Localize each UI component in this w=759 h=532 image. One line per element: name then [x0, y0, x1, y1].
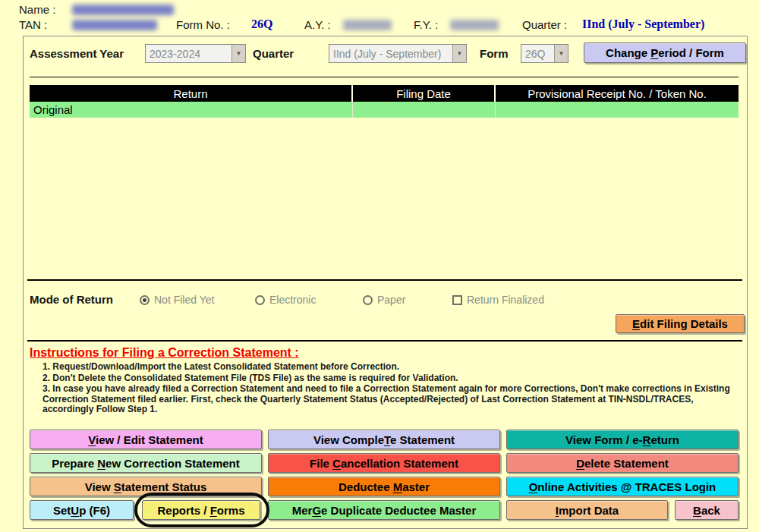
form-dropdown-value: 26Q: [525, 48, 545, 60]
column-header-return: Return: [30, 85, 353, 102]
setup-f6-button[interactable]: SetUp (F6): [30, 500, 134, 520]
tan-label: TAN :: [19, 18, 47, 31]
file-cancellation-statement-button[interactable]: File Cancellation Statement: [268, 453, 500, 473]
form-no-label: Form No. :: [176, 18, 230, 31]
label-part: iew / Edit Statement: [96, 433, 203, 446]
radio-label: Paper: [377, 294, 405, 306]
label-part: E: [632, 317, 640, 330]
label-part: aster: [402, 480, 430, 493]
divider: [30, 77, 739, 77]
label-part: Prepare: [52, 457, 97, 470]
chevron-down-icon[interactable]: ▼: [452, 45, 466, 62]
label-part: nline Activities @ TRACES Login: [537, 480, 716, 493]
instruction-item: 1. Request/Download/Import the Latest Co…: [43, 362, 742, 373]
ay-label: A.Y. :: [304, 18, 331, 31]
radio-label: Not Filed Yet: [154, 294, 214, 306]
label-part: View: [85, 480, 114, 493]
delete-statement-button[interactable]: Delete Statement: [506, 453, 739, 473]
label-part: R: [643, 433, 651, 446]
deductee-master-button[interactable]: Deductee Master: [268, 477, 500, 496]
view-form-ereturn-button[interactable]: View Form / e-Return: [506, 430, 739, 449]
return-finalized-checkbox[interactable]: Return Finalized: [452, 294, 544, 306]
chevron-down-icon[interactable]: ▼: [231, 45, 245, 62]
label-part: Change: [606, 46, 650, 59]
fy-value-redacted: [450, 20, 499, 30]
radio-icon: [363, 295, 373, 305]
column-header-filing-date: Filing Date: [353, 85, 496, 102]
instructions-title: Instructions for Filing a Correction Sta…: [30, 346, 299, 360]
label-part: D: [576, 457, 584, 470]
label-part: eriod / Form: [658, 46, 724, 59]
label-part: B: [693, 504, 701, 517]
electronic-radio[interactable]: Electronic: [255, 294, 316, 306]
label-part: P: [650, 46, 658, 59]
label-part: tatement Status: [121, 480, 207, 493]
label-part: C: [332, 457, 341, 470]
ellipse-annotation: [134, 493, 269, 527]
import-data-button[interactable]: Import Data: [506, 500, 668, 520]
quarter-label: Quarter :: [522, 18, 567, 31]
label-part: dit Filing Details: [640, 317, 728, 330]
label-part: T: [384, 433, 390, 446]
label-part: View Comple: [313, 433, 384, 446]
label-part: G: [312, 504, 321, 517]
returns-table-header: Return Filing Date Provisional Receipt N…: [30, 85, 739, 102]
label-part: ack: [701, 504, 720, 517]
not-filed-yet-radio[interactable]: Not Filed Yet: [140, 294, 214, 306]
merge-duplicate-deductee-button[interactable]: MerGe Duplicate Deductee Master: [268, 500, 500, 520]
quarter-dropdown[interactable]: IInd (July - September) ▼: [329, 44, 467, 63]
paper-radio[interactable]: Paper: [363, 294, 405, 306]
label-part: eturn: [650, 433, 679, 446]
label-part: File: [310, 457, 332, 470]
instruction-item: 2. Don't Delete the Consolidated Stateme…: [43, 373, 742, 384]
main-panel: Assessment Year 2023-2024 ▼ Quarter IInd…: [23, 36, 748, 529]
label-part: U: [71, 504, 79, 517]
divider: [27, 340, 742, 342]
online-activities-traces-button[interactable]: Online Activities @ TRACES Login: [506, 477, 739, 496]
view-complete-statement-button[interactable]: View CompleTe Statement: [268, 430, 500, 449]
form-field-label: Form: [480, 47, 509, 60]
back-button[interactable]: Back: [675, 500, 739, 520]
cell-filing-date: [353, 102, 496, 118]
radio-label: Electronic: [269, 294, 316, 306]
quarter-dropdown-value: IInd (July - September): [333, 48, 441, 60]
form-no-value: 26Q: [251, 17, 272, 31]
radio-selected-icon: [140, 295, 150, 305]
view-edit-statement-button[interactable]: View / Edit Statement: [30, 430, 262, 449]
label-part: V: [88, 433, 96, 446]
label-part: elete Statement: [584, 457, 669, 470]
radio-icon: [255, 295, 265, 305]
name-value-redacted: [72, 5, 174, 15]
checkbox-label: Return Finalized: [467, 294, 544, 306]
label-part: ancellation Statement: [341, 457, 458, 470]
prepare-new-correction-button[interactable]: Prepare New Correction Statement: [30, 453, 262, 473]
edit-filing-details-button[interactable]: Edit Filing Details: [616, 314, 745, 333]
label-part: S: [114, 480, 121, 493]
label-part: Deductee: [339, 480, 393, 493]
change-period-form-button[interactable]: Change Period / Form: [584, 42, 746, 63]
checkbox-icon: [452, 295, 462, 305]
assessment-year-dropdown[interactable]: 2023-2024 ▼: [145, 44, 246, 63]
chevron-down-icon[interactable]: ▼: [554, 45, 568, 62]
label-part: M: [393, 480, 403, 493]
label-part: p (F6): [79, 504, 110, 517]
divider: [27, 279, 742, 281]
label-part: Set: [53, 504, 71, 517]
table-row-original[interactable]: Original: [30, 102, 739, 118]
tan-value-redacted: [72, 20, 157, 30]
label-part: View Form / e-: [565, 433, 642, 446]
mode-of-return-label: Mode of Return: [30, 293, 113, 306]
label-part: e Statement: [390, 433, 455, 446]
label-part: O: [529, 480, 538, 493]
cell-return: Original: [30, 102, 353, 118]
ay-value-redacted: [343, 20, 392, 30]
label-part: e Duplicate Deductee Master: [321, 504, 476, 517]
assessment-year-value: 2023-2024: [150, 48, 200, 60]
label-part: mport Data: [559, 504, 619, 517]
label-part: N: [97, 457, 106, 470]
form-dropdown[interactable]: 26Q ▼: [521, 44, 568, 63]
instructions-list: 1. Request/Download/Import the Latest Co…: [43, 362, 742, 416]
quarter-value: IInd (July - September): [582, 17, 704, 31]
instruction-item: 3. In case you have already filed a Corr…: [43, 384, 742, 415]
tds-return-filing-screen: Name : TAN : Form No. : 26Q A.Y. : F.Y. …: [0, 0, 759, 532]
